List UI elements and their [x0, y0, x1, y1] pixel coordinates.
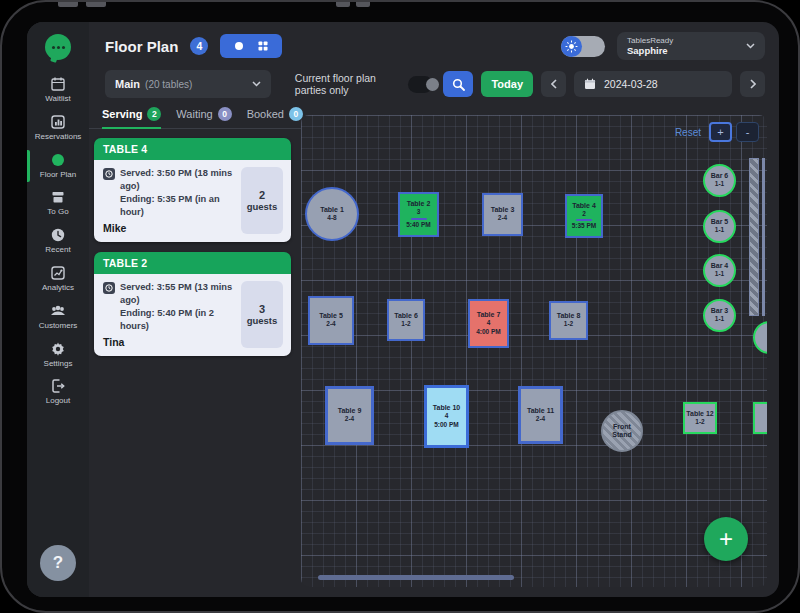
date-field[interactable]: 2024-03-28	[574, 71, 732, 97]
calendar-icon	[50, 76, 66, 92]
gear-icon	[50, 341, 66, 357]
party-card-table-2[interactable]: TABLE 2 Served: 3:55 PM (13 mins ago) En…	[94, 252, 291, 356]
floor-table-table-12[interactable]: Table 121-2	[683, 402, 717, 434]
sidebar-item-label: Logout	[46, 397, 70, 406]
search-button[interactable]	[443, 71, 473, 97]
sidebar-item-to-go[interactable]: To Go	[27, 185, 89, 220]
guest-count: 3	[259, 303, 265, 315]
table-name: Table 9	[338, 407, 362, 415]
serving-count-badge: 2	[147, 107, 161, 121]
floor-table-partial[interactable]	[753, 402, 767, 434]
table-name: Table 8	[557, 312, 581, 320]
content: Serving 2 Waiting 0 Booked 0 T	[89, 102, 779, 597]
floor-select[interactable]: Main (20 tables)	[105, 70, 271, 98]
table-guest-count: 3	[417, 208, 421, 216]
table-name: Bar 3	[711, 307, 729, 315]
sidebar-item-recent[interactable]: Recent	[27, 223, 89, 258]
floor-table-table-3[interactable]: Table 32-4	[482, 193, 523, 236]
add-party-button[interactable]: +	[704, 517, 748, 561]
table-name: Table 3	[491, 206, 515, 214]
volume-up-button	[58, 2, 78, 7]
zoom-in-button[interactable]: +	[709, 122, 732, 142]
sun-icon	[561, 36, 582, 57]
floor-table-table-8[interactable]: Table 81-2	[549, 301, 588, 340]
floor-table-bar-5[interactable]: Bar 51-1	[703, 210, 736, 243]
floor-table-table-10[interactable]: Table 1045:00 PM	[424, 385, 469, 448]
horizontal-scrollbar[interactable]	[318, 575, 514, 580]
waiting-count-badge: 0	[218, 107, 232, 121]
search-icon	[452, 78, 465, 91]
chevron-right-icon	[750, 79, 756, 89]
floor-select-detail: (20 tables)	[145, 79, 247, 90]
chevron-left-icon	[551, 79, 557, 89]
table-name: Bar 4	[711, 262, 729, 270]
sidebar-item-analytics[interactable]: Analytics	[27, 261, 89, 296]
venue-select[interactable]: TablesReady Sapphire	[617, 32, 765, 60]
zoom-out-button[interactable]: -	[736, 122, 759, 142]
bar-counter	[749, 158, 759, 316]
floor-table-bar-6[interactable]: Bar 61-1	[703, 164, 736, 197]
tab-label: Waiting	[176, 108, 212, 120]
grid-view-icon[interactable]	[258, 41, 268, 51]
prev-day-button[interactable]	[541, 71, 566, 97]
table-guest-count: 4	[445, 412, 449, 420]
guest-count-box: 3 guests	[241, 281, 283, 348]
sidebar-item-settings[interactable]: Settings	[27, 337, 89, 372]
table-capacity: 1-2	[401, 320, 410, 328]
tab-booked[interactable]: Booked 0	[247, 107, 303, 129]
reset-zoom-button[interactable]: Reset	[675, 127, 701, 138]
table-progress-bar	[576, 219, 592, 221]
view-mode-segmented-control[interactable]	[220, 34, 282, 58]
parties-only-toggle[interactable]	[408, 76, 433, 93]
table-name: Table 10	[433, 404, 461, 412]
next-day-button[interactable]	[740, 71, 765, 97]
today-button[interactable]: Today	[481, 71, 533, 97]
floor-table-table-6[interactable]: Table 61-2	[387, 299, 425, 341]
sidebar-item-logout[interactable]: Logout	[27, 374, 89, 409]
floor-table-partial[interactable]	[753, 321, 767, 354]
table-capacity: 1-1	[715, 180, 724, 188]
sidebar-item-reservations[interactable]: Reservations	[27, 110, 89, 145]
sidebar-item-label: Customers	[39, 322, 78, 331]
sidebar-item-floor-plan[interactable]: Floor Plan	[27, 148, 89, 183]
floor-canvas[interactable]: Reset + - + Table 14-8Table 235:40 PMTab…	[301, 115, 767, 587]
floor-table-table-5[interactable]: Table 52-4	[308, 296, 354, 345]
floor-table-table-9[interactable]: Table 92-4	[325, 386, 374, 445]
reservations-icon	[50, 114, 66, 130]
floor-table-bar-3[interactable]: Bar 31-1	[703, 299, 736, 332]
guest-label: guests	[247, 201, 278, 212]
party-name: Tina	[103, 336, 234, 348]
floor-table-table-11[interactable]: Table 112-4	[518, 386, 563, 444]
floor-table-front-stand[interactable]: Front Stand	[601, 410, 643, 452]
sidebar-item-label: Floor Plan	[40, 171, 76, 180]
table-guest-count: 4	[487, 319, 491, 327]
tab-waiting[interactable]: Waiting 0	[176, 107, 231, 129]
floor-table-table-7[interactable]: Table 744:00 PM	[468, 299, 509, 348]
table-end-time: 5:35 PM	[572, 222, 597, 230]
floor-table-bar-4[interactable]: Bar 41-1	[703, 254, 736, 287]
party-card-table-4[interactable]: TABLE 4 Served: 3:50 PM (18 mins ago) En…	[94, 138, 291, 242]
device-top-button	[336, 2, 350, 7]
served-time: Served: 3:50 PM (18 mins ago)	[120, 167, 234, 193]
help-button[interactable]: ?	[40, 545, 76, 581]
table-capacity: 1-2	[564, 320, 573, 328]
chevron-down-icon	[746, 43, 755, 49]
table-name: Front Stand	[604, 423, 640, 439]
table-name: Table 1	[320, 206, 344, 214]
floor-plan-count-badge: 4	[190, 37, 208, 55]
theme-toggle[interactable]	[561, 36, 605, 57]
sidebar-item-customers[interactable]: Customers	[27, 299, 89, 334]
floor-table-table-2[interactable]: Table 235:40 PM	[398, 192, 439, 237]
tab-serving[interactable]: Serving 2	[102, 107, 161, 129]
table-capacity: 2-4	[536, 415, 545, 423]
guest-label: guests	[247, 315, 278, 326]
table-name: Table 5	[319, 312, 343, 320]
clock-icon	[103, 168, 115, 180]
floor-table-table-4[interactable]: Table 425:35 PM	[565, 194, 603, 238]
sidebar-item-waitlist[interactable]: Waitlist	[27, 72, 89, 107]
table-name: Bar 5	[711, 218, 729, 226]
shape-view-icon[interactable]	[234, 41, 244, 51]
parties-toggle-label: Current floor plan parties only	[295, 72, 400, 96]
sidebar-item-label: Reservations	[35, 133, 82, 142]
floor-table-table-1[interactable]: Table 14-8	[305, 187, 359, 241]
